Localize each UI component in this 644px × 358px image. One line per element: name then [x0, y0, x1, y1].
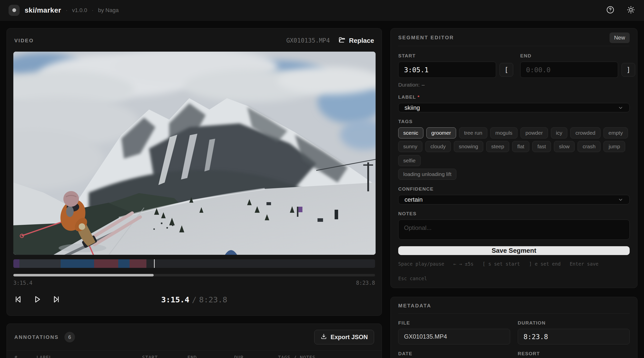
transport-total: 8:23.8	[199, 295, 227, 304]
keyboard-shortcuts: Space play/pause← → ±5s[ s set start] e …	[398, 261, 630, 281]
column-header: END	[187, 355, 234, 358]
tag-chip[interactable]: selfie	[398, 155, 421, 166]
seek-bar-fill	[13, 274, 154, 276]
tag-chip[interactable]: scenic	[398, 127, 423, 138]
notes-input[interactable]	[398, 220, 630, 240]
set-start-button[interactable]: [	[500, 63, 513, 77]
seek-bar[interactable]	[13, 274, 375, 276]
shortcut-hint: Esc cancel	[398, 276, 427, 281]
app-byline: by Naga	[98, 7, 119, 14]
label-select-value: skiing	[405, 104, 420, 111]
set-end-button[interactable]: ]	[622, 63, 635, 77]
column-header: #	[14, 355, 36, 358]
tag-chip[interactable]: cloudy	[425, 141, 451, 152]
resort-label: RESORT	[518, 351, 630, 356]
theme-toggle-button[interactable]	[626, 6, 635, 15]
sun-icon	[627, 6, 635, 15]
tag-row: loading unloading lift	[398, 169, 630, 180]
tag-chip[interactable]: crash	[578, 141, 600, 152]
segment-timeline[interactable]	[13, 259, 375, 268]
folder-open-icon	[338, 36, 346, 45]
confidence-select-value: certain	[405, 196, 423, 203]
duration-value-field[interactable]: 8:23.8	[518, 329, 630, 344]
tag-chip[interactable]: flat	[512, 141, 529, 152]
timeline-segment[interactable]	[19, 259, 61, 268]
save-segment-button[interactable]: Save Segment	[398, 246, 630, 255]
duration-readout: Duration:–	[398, 82, 630, 88]
annotations-title: ANNOTATIONS	[14, 334, 59, 340]
tag-chip[interactable]: groomer	[426, 127, 456, 138]
app-logo	[9, 5, 20, 16]
tag-chip[interactable]: tree run	[459, 127, 487, 138]
timeline-segment[interactable]	[130, 259, 147, 268]
current-time-label: 3:15.4	[13, 280, 32, 286]
timeline-empty-region[interactable]	[146, 259, 375, 268]
column-header: TAGS / NOTES	[278, 355, 374, 358]
timeline-segment[interactable]	[118, 259, 130, 268]
tag-chip[interactable]: empty	[603, 127, 628, 138]
tag-chip[interactable]: steep	[486, 141, 509, 152]
tag-chip[interactable]: snowing	[454, 141, 483, 152]
confidence-label: CONFIDENCE	[398, 186, 630, 192]
transport-current: 3:15.4	[161, 295, 189, 304]
tag-chip[interactable]: moguls	[490, 127, 517, 138]
video-player[interactable]	[13, 52, 376, 255]
timeline-playhead[interactable]	[154, 259, 155, 268]
tag-row: sunnycloudysnowingsteepflatfastslowcrash…	[398, 141, 630, 166]
segment-editor-title: SEGMENT EDITOR	[398, 35, 454, 41]
file-value-field[interactable]: GX010135.MP4	[398, 329, 510, 344]
tag-chip[interactable]: loading unloading lift	[398, 169, 456, 180]
shortcut-hint: [ s set start	[482, 261, 520, 267]
column-header: LABEL	[36, 355, 142, 358]
app-title: ski/marker	[25, 6, 61, 14]
help-button[interactable]	[606, 6, 615, 15]
tag-chip[interactable]: slow	[554, 141, 575, 152]
logo-dot-icon	[12, 8, 16, 12]
video-filename: GX010135.MP4	[286, 37, 330, 44]
shortcut-hint: ← → ±5s	[453, 261, 473, 267]
tag-row: scenicgroomertree runmogulspowdericycrow…	[398, 127, 630, 138]
video-panel: VIDEO GX010135.MP4 Replace	[7, 28, 382, 316]
help-icon	[606, 6, 615, 15]
column-header: DUR	[234, 355, 278, 358]
timeline-segment[interactable]	[61, 259, 94, 268]
export-json-button[interactable]: Export JSON	[314, 330, 374, 344]
shortcut-hint: Space play/pause	[398, 261, 444, 267]
annotations-count-badge: 6	[64, 332, 75, 342]
chevron-down-icon	[618, 197, 623, 202]
tag-chip[interactable]: icy	[551, 127, 568, 138]
segment-editor-panel: SEGMENT EDITOR New START [ END ] Duratio…	[390, 28, 637, 288]
notes-label: NOTES	[398, 211, 630, 217]
timeline-segment[interactable]	[13, 259, 19, 268]
timeline-segment[interactable]	[94, 259, 118, 268]
label-text: LABEL	[398, 94, 416, 100]
download-icon	[320, 333, 327, 341]
replace-video-button[interactable]: Replace	[338, 36, 374, 45]
tag-chip[interactable]: sunny	[398, 141, 422, 152]
metadata-panel: METADATA FILE GX010135.MP4 DURATION 8:23…	[390, 297, 637, 358]
tags-label: TAGS	[398, 119, 630, 124]
top-bar: ski/marker · v1.0.0 · by Naga	[0, 0, 644, 21]
duration-value: –	[422, 82, 425, 88]
duration-label: Duration:	[398, 82, 420, 88]
video-panel-title: VIDEO	[14, 38, 34, 44]
transport-readout: 3:15.4/8:23.8	[13, 295, 375, 304]
end-input[interactable]	[520, 62, 618, 78]
total-time-label: 8:23.8	[356, 280, 375, 286]
end-label: END	[520, 53, 635, 59]
separator-dot: ·	[92, 7, 93, 14]
tag-chip[interactable]: crowded	[570, 127, 600, 138]
chevron-down-icon	[618, 105, 623, 111]
video-frame-scene	[13, 52, 376, 255]
duration-field-label: DURATION	[518, 320, 630, 326]
start-input[interactable]	[398, 62, 496, 78]
tag-chip[interactable]: jump	[603, 141, 625, 152]
confidence-select[interactable]: certain	[398, 195, 630, 204]
separator-dot: ·	[66, 7, 67, 14]
tag-chip[interactable]: powder	[520, 127, 548, 138]
label-select[interactable]: skiing	[398, 103, 630, 112]
shortcut-hint: ] e set end	[529, 261, 561, 267]
tag-chip[interactable]: fast	[532, 141, 551, 152]
start-label: START	[398, 53, 513, 59]
app-version: v1.0.0	[72, 7, 87, 14]
